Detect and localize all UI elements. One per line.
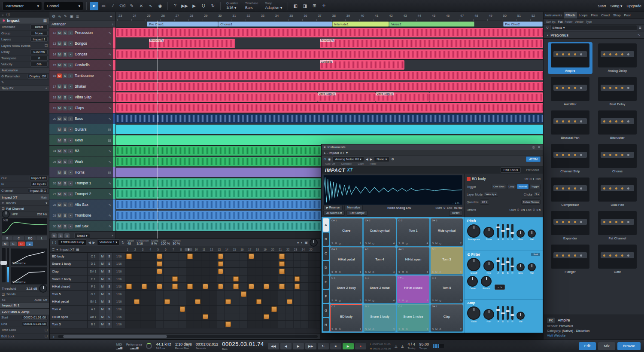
pad-mute-button[interactable]: M (335, 299, 337, 302)
pad-mute-button[interactable]: M (402, 299, 404, 302)
track-row[interactable]: 17MS●Shaker∿ (49, 81, 115, 92)
audio-clip[interactable] (116, 125, 543, 134)
plugin-item[interactable]: Gate (595, 243, 640, 275)
insert-slot-label[interactable]: Fat Channel (6, 207, 24, 211)
pad-mute-button[interactable]: M (435, 328, 437, 331)
filter-power-checkbox[interactable]: ⊙ (467, 252, 470, 257)
step-cell[interactable] (202, 283, 210, 290)
step-cell[interactable] (278, 268, 286, 275)
pattern-row-name[interactable]: Clap (50, 268, 88, 275)
bank-button-E[interactable]: E (323, 275, 329, 289)
pattern-row-solo[interactable]: S (106, 253, 113, 260)
step-cell[interactable] (179, 253, 187, 260)
step-cell[interactable] (171, 321, 179, 328)
step-cell[interactable] (148, 313, 156, 321)
trigger-option[interactable]: Loop (507, 184, 516, 189)
global-solo-button[interactable]: S (58, 233, 63, 238)
ruler-bar-31[interactable]: 31 (232, 14, 236, 18)
step-cell[interactable] (125, 253, 133, 260)
step-number-25[interactable]: 25 (307, 248, 315, 251)
ruler-bar-26[interactable]: 26 (161, 14, 165, 18)
pad-dial-icon[interactable]: ⊙ (339, 328, 341, 331)
track-name[interactable]: Cowbells (74, 63, 107, 67)
ruler-bar-47[interactable]: 47 (460, 14, 464, 18)
pattern-prev-icon[interactable]: ⟨ (52, 241, 53, 245)
compare-item[interactable]: Compare (341, 162, 352, 166)
reload-icon[interactable]: ↻ (122, 241, 125, 245)
step-cell[interactable] (210, 291, 217, 298)
active-step[interactable] (134, 299, 140, 305)
step-cell[interactable] (286, 275, 294, 283)
step-cell[interactable] (278, 321, 286, 328)
step-cell[interactable] (232, 275, 240, 283)
drum-pad[interactable]: G# 1HiHat pedalSM⊙3 (330, 247, 362, 275)
pattern-row-resolution[interactable]: 1/16 (113, 275, 125, 283)
step-number-18[interactable]: 18 (254, 248, 261, 251)
reverse-button[interactable]: ▶ Reverse (323, 205, 343, 210)
track-lane[interactable] (116, 103, 543, 113)
track-mute-button[interactable]: M (57, 63, 62, 67)
step-cell[interactable] (286, 260, 294, 268)
active-step[interactable] (126, 254, 132, 259)
step-cell[interactable] (164, 313, 171, 321)
browse-view-button[interactable]: Browse (617, 342, 641, 350)
song-menu[interactable]: Song ▾ (610, 4, 622, 8)
pattern-stat[interactable]: Steps48 (126, 239, 135, 246)
active-step[interactable] (225, 299, 231, 305)
track-mute-button[interactable]: M (57, 52, 62, 57)
arranger-section[interactable]: Interlude1 (332, 21, 389, 27)
step-cell[interactable] (294, 253, 301, 260)
plugin-item[interactable]: Binaural Pan (548, 109, 592, 141)
start-button[interactable]: Start (598, 4, 606, 8)
cutoff-knob[interactable] (467, 258, 480, 271)
track-solo-button[interactable]: S (63, 73, 67, 78)
channel-record-button[interactable]: R (18, 242, 25, 246)
ruler-bar-41[interactable]: 41 (375, 14, 378, 18)
step-cell[interactable] (164, 291, 171, 298)
track-solo-button[interactable]: S (63, 159, 67, 164)
step-cell[interactable] (202, 268, 210, 275)
mute-tool-icon[interactable]: ✕ (137, 2, 146, 10)
bank-select[interactable]: None ▾ (374, 156, 389, 162)
arranger-section[interactable]: Pre Chor2 (503, 21, 543, 27)
step-cell[interactable] (202, 313, 210, 321)
pad-mute-button[interactable]: M (435, 299, 437, 302)
active-step[interactable] (157, 254, 162, 259)
browser-tab-pool[interactable]: Pool (622, 12, 632, 18)
step-cell[interactable] (210, 260, 217, 268)
inspector-param-value[interactable]: Beats (30, 24, 48, 29)
active-step[interactable] (218, 261, 224, 267)
pad-dial-icon[interactable]: ⊙ (439, 270, 441, 273)
step-cell[interactable] (217, 275, 225, 283)
eq-display[interactable]: 0dB (2, 218, 47, 235)
track-row[interactable]: 19MS●Claps∿ (49, 103, 115, 113)
drum-pad[interactable]: E 1Snare 2 bodySM⊙5 (330, 275, 362, 303)
active-step[interactable] (249, 254, 254, 259)
quantize-select[interactable]: Off ▾ (480, 199, 489, 205)
plugin-item[interactable]: Compressor (548, 176, 592, 208)
loop-button[interactable]: ↻ (318, 343, 329, 349)
pad-mute-button[interactable]: M (368, 299, 371, 302)
tempo-value[interactable]: 95.00 (419, 342, 429, 346)
step-cell[interactable] (240, 283, 248, 290)
step-cell[interactable] (263, 306, 270, 313)
ruler-bar-49[interactable]: 49 (489, 14, 492, 18)
step-cell[interactable] (148, 268, 156, 275)
drive-knob[interactable] (467, 276, 478, 287)
step-cell[interactable] (255, 253, 263, 260)
pad-solo-button[interactable]: S (432, 328, 434, 331)
step-cell[interactable] (278, 313, 286, 321)
track-row[interactable]: 16MS●Tambourine∿ (49, 70, 115, 81)
filter-S-slider[interactable] (507, 257, 509, 271)
step-cell[interactable] (309, 260, 316, 268)
pattern-row-resolution[interactable]: 1/16 (113, 283, 125, 290)
step-cell[interactable] (225, 306, 232, 313)
plugin-item[interactable]: Fat Channel (595, 210, 640, 242)
step-cell[interactable] (217, 283, 225, 290)
amp-R-slider[interactable] (511, 306, 513, 320)
active-step[interactable] (218, 284, 224, 289)
automation-display-value[interactable]: Display: Off (27, 74, 48, 79)
track-name[interactable]: Claps (74, 106, 107, 110)
active-step[interactable] (225, 321, 231, 327)
step-cell[interactable] (141, 291, 149, 298)
